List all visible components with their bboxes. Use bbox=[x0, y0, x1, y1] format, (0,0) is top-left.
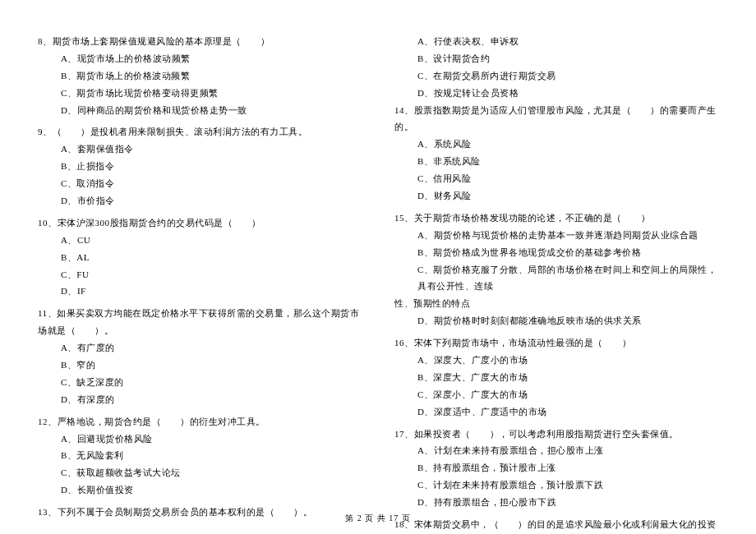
option-c: C、深度小、广度大的市场 bbox=[417, 386, 718, 403]
option-c-continuation: 性、预期性的特点 bbox=[394, 295, 718, 312]
question-text: 8、期货市场上套期保值规避风险的基本原理是（ ） bbox=[38, 33, 362, 50]
options-list: A、回避现货价格风险 B、无风险套利 C、获取超额收益考试大论坛 D、长期价值投… bbox=[38, 430, 362, 499]
option-d: D、期货价格时时刻刻都能准确地反映市场的供求关系 bbox=[417, 312, 718, 329]
option-d: D、市价指令 bbox=[61, 192, 362, 209]
options-list-d: D、期货价格时时刻刻都能准确地反映市场的供求关系 bbox=[394, 312, 718, 329]
option-a: A、回避现货价格风险 bbox=[61, 430, 362, 448]
option-c: C、FU bbox=[61, 266, 362, 283]
option-d: D、持有股票组合，担心股市下跌 bbox=[417, 494, 718, 511]
question-11: 11、如果买卖双方均能在既定价格水平下获得所需的交易量，那么这个期货市场就是（ … bbox=[38, 305, 362, 407]
question-text: 17、如果投资者（ ），可以考虑利用股指期货进行空头套保值。 bbox=[394, 426, 718, 443]
option-d: D、深度适中、广度适中的市场 bbox=[417, 403, 718, 421]
option-c: C、期货价格克服了分散、局部的市场价格在时间上和空间上的局限性，具有公开性、连续 bbox=[417, 261, 718, 296]
question-17: 17、如果投资者（ ），可以考虑利用股指期货进行空头套保值。 A、计划在未来持有… bbox=[394, 426, 718, 511]
page-content: 8、期货市场上套期保值规避风险的基本原理是（ ） A、现货市场上的价格波动频繁 … bbox=[38, 33, 718, 534]
option-a: A、有广度的 bbox=[61, 339, 362, 357]
question-10: 10、宋体沪深300股指期货合约的交易代码是（ ） A、CU B、AL C、FU… bbox=[38, 214, 362, 300]
option-a: A、CU bbox=[61, 232, 362, 249]
option-a: A、行使表决权、申诉权 bbox=[417, 33, 718, 50]
option-b: B、窄的 bbox=[61, 357, 362, 374]
option-b: B、持有股票组合，预计股市上涨 bbox=[417, 459, 718, 476]
options-list: A、现货市场上的价格波动频繁 B、期货市场上的价格波动频繁 C、期货市场比现货价… bbox=[38, 50, 362, 119]
option-b: B、期货价格成为世界各地现货成交价的基础参考价格 bbox=[417, 244, 718, 261]
left-column: 8、期货市场上套期保值规避风险的基本原理是（ ） A、现货市场上的价格波动频繁 … bbox=[38, 33, 362, 534]
option-b: B、非系统风险 bbox=[417, 153, 718, 170]
options-list: A、计划在未来持有股票组合，担心股市上涨 B、持有股票组合，预计股市上涨 C、计… bbox=[394, 442, 718, 511]
option-d: D、长期价值投资 bbox=[61, 481, 362, 499]
question-text: 14、股票指数期货是为适应人们管理股市风险，尤其是（ ）的需要而产生的。 bbox=[394, 102, 718, 136]
right-column: A、行使表决权、申诉权 B、设计期货合约 C、在期货交易所内进行期货交易 D、按… bbox=[394, 33, 718, 534]
options-list: A、CU B、AL C、FU D、IF bbox=[38, 232, 362, 301]
option-d: D、IF bbox=[61, 283, 362, 300]
question-13-options: A、行使表决权、申诉权 B、设计期货合约 C、在期货交易所内进行期货交易 D、按… bbox=[394, 33, 718, 102]
question-9: 9、（ ）是投机者用来限制损失、滚动利润方法的有力工具。 A、套期保值指令 B、… bbox=[38, 123, 362, 209]
option-b: B、AL bbox=[61, 249, 362, 266]
option-c: C、信用风险 bbox=[417, 170, 718, 187]
options-list: A、系统风险 B、非系统风险 C、信用风险 D、财务风险 bbox=[394, 136, 718, 205]
question-12: 12、严格地说，期货合约是（ ）的衍生对冲工具。 A、回避现货价格风险 B、无风… bbox=[38, 413, 362, 499]
question-text: 9、（ ）是投机者用来限制损失、滚动利润方法的有力工具。 bbox=[38, 123, 362, 140]
option-a: A、现货市场上的价格波动频繁 bbox=[61, 50, 362, 67]
option-b: B、深度大、广度大的市场 bbox=[417, 369, 718, 386]
question-text: 11、如果买卖双方均能在既定价格水平下获得所需的交易量，那么这个期货市场就是（ … bbox=[38, 305, 362, 339]
option-a: A、系统风险 bbox=[417, 136, 718, 153]
question-15: 15、关于期货市场价格发现功能的论述，不正确的是（ ） A、期货价格与现货价格的… bbox=[394, 209, 718, 329]
option-c: C、期货市场比现货价格变动得更频繁 bbox=[61, 85, 362, 102]
option-d: D、按规定转让会员资格 bbox=[417, 85, 718, 102]
option-b: B、设计期货合约 bbox=[417, 50, 718, 67]
option-b: B、无风险套利 bbox=[61, 447, 362, 464]
option-c: C、计划在未来持有股票组合，预计股票下跌 bbox=[417, 476, 718, 494]
option-c: C、在期货交易所内进行期货交易 bbox=[417, 67, 718, 85]
question-text: 10、宋体沪深300股指期货合约的交易代码是（ ） bbox=[38, 214, 362, 232]
option-c: C、缺乏深度的 bbox=[61, 374, 362, 391]
question-text: 12、严格地说，期货合约是（ ）的衍生对冲工具。 bbox=[38, 413, 362, 430]
option-c: C、取消指令 bbox=[61, 175, 362, 192]
option-a: A、计划在未来持有股票组合，担心股市上涨 bbox=[417, 442, 718, 459]
question-14: 14、股票指数期货是为适应人们管理股市风险，尤其是（ ）的需要而产生的。 A、系… bbox=[394, 102, 718, 205]
options-list: A、期货价格与现货价格的走势基本一致并逐渐趋同期货从业综合题 B、期货价格成为世… bbox=[394, 227, 718, 296]
options-list: A、深度大、广度小的市场 B、深度大、广度大的市场 C、深度小、广度大的市场 D… bbox=[394, 352, 718, 421]
option-b: B、期货市场上的价格波动频繁 bbox=[61, 67, 362, 85]
option-a: A、期货价格与现货价格的走势基本一致并逐渐趋同期货从业综合题 bbox=[417, 227, 718, 244]
option-b: B、止损指令 bbox=[61, 158, 362, 175]
option-c: C、获取超额收益考试大论坛 bbox=[61, 464, 362, 481]
option-d: D、财务风险 bbox=[417, 187, 718, 205]
option-d: D、同种商品的期货价格和现货价格走势一致 bbox=[61, 102, 362, 119]
options-list: A、有广度的 B、窄的 C、缺乏深度的 D、有深度的 bbox=[38, 339, 362, 408]
question-text: 16、宋体下列期货市场中，市场流动性最强的是（ ） bbox=[394, 334, 718, 352]
question-8: 8、期货市场上套期保值规避风险的基本原理是（ ） A、现货市场上的价格波动频繁 … bbox=[38, 33, 362, 118]
option-d: D、有深度的 bbox=[61, 391, 362, 408]
question-text: 15、关于期货市场价格发现功能的论述，不正确的是（ ） bbox=[394, 209, 718, 227]
option-a: A、深度大、广度小的市场 bbox=[417, 352, 718, 369]
options-list: A、套期保值指令 B、止损指令 C、取消指令 D、市价指令 bbox=[38, 140, 362, 209]
question-16: 16、宋体下列期货市场中，市场流动性最强的是（ ） A、深度大、广度小的市场 B… bbox=[394, 334, 718, 420]
option-a: A、套期保值指令 bbox=[61, 140, 362, 158]
page-footer: 第 2 页 共 17 页 bbox=[0, 513, 756, 524]
